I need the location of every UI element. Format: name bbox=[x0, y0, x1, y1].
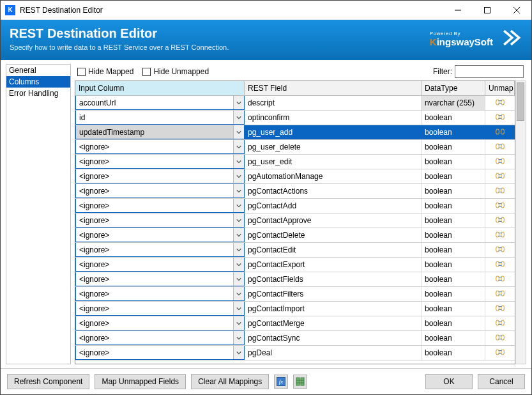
grid-scrollbar[interactable] bbox=[515, 81, 526, 364]
chevron-down-icon[interactable] bbox=[233, 199, 244, 212]
unmap-button[interactable] bbox=[485, 111, 515, 125]
table-row[interactable]: <ignore>pgContactFiltersboolean bbox=[75, 287, 515, 302]
table-row[interactable]: <ignore>pgContactFieldsboolean bbox=[75, 272, 515, 287]
unmap-button[interactable] bbox=[485, 258, 515, 272]
minimize-button[interactable] bbox=[443, 1, 473, 20]
input-column-dropdown[interactable]: <ignore> bbox=[75, 169, 245, 183]
sidebar-item-general[interactable]: General bbox=[6, 65, 70, 76]
input-column-dropdown[interactable]: <ignore> bbox=[75, 272, 245, 286]
hide-mapped-checkbox[interactable]: Hide Mapped bbox=[77, 67, 133, 76]
col-header-datatype[interactable]: DataType bbox=[422, 81, 485, 95]
unmap-button[interactable] bbox=[485, 287, 515, 301]
chevron-down-icon[interactable] bbox=[233, 155, 244, 168]
input-column-dropdown[interactable]: <ignore> bbox=[75, 346, 245, 360]
input-column-dropdown[interactable]: <ignore> bbox=[75, 258, 245, 272]
input-column-dropdown[interactable]: updatedTimestamp bbox=[75, 125, 245, 139]
input-column-dropdown[interactable]: id bbox=[75, 111, 245, 125]
chevron-down-icon[interactable] bbox=[233, 331, 244, 345]
columns-toolbar: Hide Mapped Hide Unmapped Filter: bbox=[75, 64, 526, 81]
table-row[interactable]: <ignore>pgContactApproveboolean bbox=[75, 213, 515, 228]
input-column-dropdown[interactable]: accountUrl bbox=[75, 96, 245, 110]
column-mapping-tool-button[interactable] bbox=[293, 375, 307, 389]
maximize-button[interactable] bbox=[473, 1, 502, 20]
chevron-down-icon[interactable] bbox=[233, 184, 244, 198]
unmap-button[interactable] bbox=[485, 243, 515, 257]
chevron-down-icon[interactable] bbox=[233, 287, 244, 300]
table-row[interactable]: <ignore>pgAutomationManageboolean bbox=[75, 169, 515, 184]
unmap-button[interactable] bbox=[485, 96, 515, 110]
table-row[interactable]: <ignore>pgContactSyncboolean bbox=[75, 331, 515, 346]
unmap-button[interactable] bbox=[485, 140, 515, 154]
scrollbar-thumb[interactable] bbox=[517, 82, 524, 121]
input-column-dropdown[interactable]: <ignore> bbox=[75, 331, 245, 345]
input-column-dropdown[interactable]: <ignore> bbox=[75, 243, 245, 257]
unmap-button[interactable] bbox=[485, 199, 515, 213]
chevron-down-icon[interactable] bbox=[233, 243, 244, 256]
chevron-down-icon[interactable] bbox=[233, 316, 244, 330]
input-column-dropdown[interactable]: <ignore> bbox=[75, 155, 245, 169]
unmap-button[interactable] bbox=[485, 125, 515, 139]
refresh-component-button[interactable]: Refresh Component bbox=[7, 374, 89, 389]
unmap-button[interactable] bbox=[485, 169, 515, 183]
chevron-down-icon[interactable] bbox=[233, 302, 244, 315]
col-header-unmap[interactable]: Unmap bbox=[485, 81, 515, 95]
chevron-down-icon[interactable] bbox=[233, 96, 244, 109]
chevron-down-icon[interactable] bbox=[233, 140, 244, 153]
table-row[interactable]: <ignore>pg_user_editboolean bbox=[75, 155, 515, 169]
table-row[interactable]: <ignore>pgContactImportboolean bbox=[75, 302, 515, 316]
unmap-button[interactable] bbox=[485, 184, 515, 198]
chevron-down-icon[interactable] bbox=[233, 213, 244, 227]
chevron-down-icon[interactable] bbox=[233, 228, 244, 242]
table-row[interactable]: idoptinconfirmboolean bbox=[75, 111, 515, 125]
chevron-down-icon[interactable] bbox=[233, 272, 244, 286]
col-header-rest-field[interactable]: REST Field bbox=[245, 81, 422, 95]
ok-button[interactable]: OK bbox=[425, 374, 473, 389]
unmap-button[interactable] bbox=[485, 155, 515, 169]
chevron-down-icon[interactable] bbox=[233, 125, 244, 139]
cancel-button[interactable]: Cancel bbox=[478, 374, 525, 389]
input-column-dropdown[interactable]: <ignore> bbox=[75, 287, 245, 301]
chevron-down-icon[interactable] bbox=[233, 111, 244, 124]
unmap-button[interactable] bbox=[485, 302, 515, 316]
table-row[interactable]: <ignore>pgDealboolean bbox=[75, 346, 515, 360]
window-title: REST Destination Editor bbox=[20, 6, 103, 15]
clear-all-mappings-button[interactable]: Clear All Mappings bbox=[191, 374, 269, 389]
chevron-down-icon[interactable] bbox=[233, 258, 244, 271]
input-column-value: <ignore> bbox=[76, 245, 233, 254]
unmap-button[interactable] bbox=[485, 213, 515, 228]
table-row[interactable]: <ignore>pg_user_deleteboolean bbox=[75, 140, 515, 155]
unmap-button[interactable] bbox=[485, 316, 515, 330]
table-row[interactable]: <ignore>pgContactAddboolean bbox=[75, 199, 515, 213]
table-row[interactable]: updatedTimestamppg_user_addboolean bbox=[75, 125, 515, 140]
brand-logo-icon bbox=[499, 26, 522, 51]
input-column-dropdown[interactable]: <ignore> bbox=[75, 302, 245, 316]
input-column-dropdown[interactable]: <ignore> bbox=[75, 316, 245, 330]
sidebar-item-columns[interactable]: Columns bbox=[6, 76, 70, 88]
unmap-button[interactable] bbox=[485, 346, 515, 360]
sidebar-item-error-handling[interactable]: Error Handling bbox=[6, 88, 70, 99]
input-column-dropdown[interactable]: <ignore> bbox=[75, 199, 245, 213]
table-row[interactable]: <ignore>pgContactExportboolean bbox=[75, 258, 515, 272]
hide-unmapped-checkbox[interactable]: Hide Unmapped bbox=[142, 67, 209, 76]
unmap-icon bbox=[495, 231, 505, 240]
filter-input[interactable] bbox=[455, 65, 524, 78]
table-row[interactable]: <ignore>pgContactActionsboolean bbox=[75, 184, 515, 199]
chevron-down-icon[interactable] bbox=[233, 169, 244, 183]
table-row[interactable]: <ignore>pgContactDeleteboolean bbox=[75, 228, 515, 243]
col-header-input[interactable]: Input Column bbox=[75, 81, 245, 95]
unmap-button[interactable] bbox=[485, 331, 515, 345]
table-row[interactable]: accountUrldescriptnvarchar (255) bbox=[75, 96, 515, 111]
unmap-button[interactable] bbox=[485, 272, 515, 286]
unmap-button[interactable] bbox=[485, 228, 515, 242]
input-column-dropdown[interactable]: <ignore> bbox=[75, 213, 245, 228]
input-column-dropdown[interactable]: <ignore> bbox=[75, 228, 245, 242]
unmap-icon bbox=[495, 216, 505, 226]
map-unmapped-fields-button[interactable]: Map Unmapped Fields bbox=[95, 374, 186, 389]
chevron-down-icon[interactable] bbox=[233, 346, 244, 359]
expression-button[interactable]: fx bbox=[274, 375, 288, 389]
table-row[interactable]: <ignore>pgContactEditboolean bbox=[75, 243, 515, 258]
close-button[interactable] bbox=[502, 1, 531, 20]
input-column-dropdown[interactable]: <ignore> bbox=[75, 184, 245, 198]
input-column-dropdown[interactable]: <ignore> bbox=[75, 140, 245, 154]
table-row[interactable]: <ignore>pgContactMergeboolean bbox=[75, 316, 515, 331]
